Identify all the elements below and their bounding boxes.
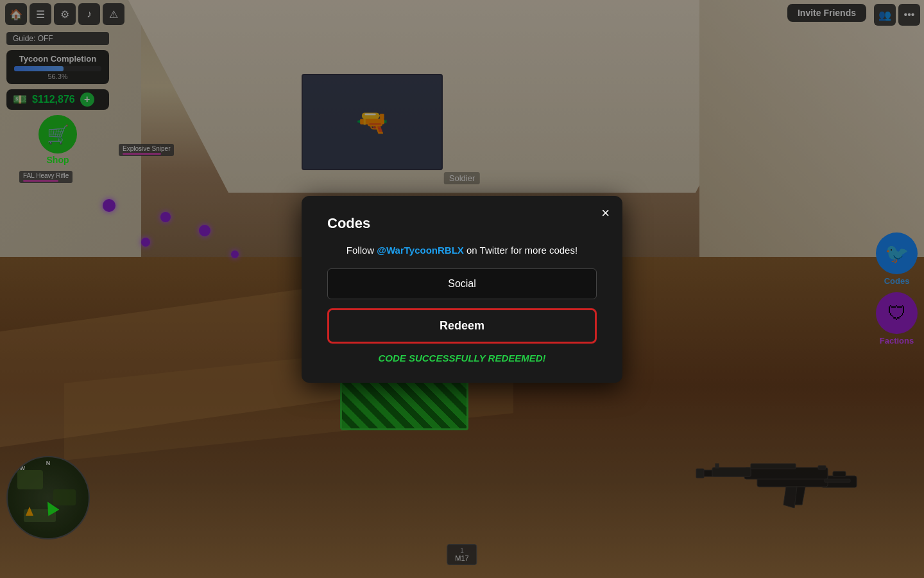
twitter-prompt-prefix: Follow <box>346 245 377 256</box>
twitter-prompt: Follow @WarTycoonRBLX on Twitter for mor… <box>327 245 597 256</box>
modal-title: Codes <box>327 215 597 232</box>
twitter-prompt-suffix: on Twitter for more codes! <box>464 245 578 256</box>
success-message: CODE SUCCESSFULLY REDEEMED! <box>327 353 597 363</box>
redeem-label: Redeem <box>440 319 484 332</box>
modal-close-button[interactable]: × <box>601 206 610 220</box>
code-input-field[interactable] <box>327 268 597 299</box>
modal-overlay: × Codes Follow @WarTycoonRBLX on Twitter… <box>0 0 924 578</box>
twitter-handle: @WarTycoonRBLX <box>377 245 463 256</box>
redeem-button[interactable]: Redeem <box>327 308 597 344</box>
codes-modal: × Codes Follow @WarTycoonRBLX on Twitter… <box>302 196 622 383</box>
